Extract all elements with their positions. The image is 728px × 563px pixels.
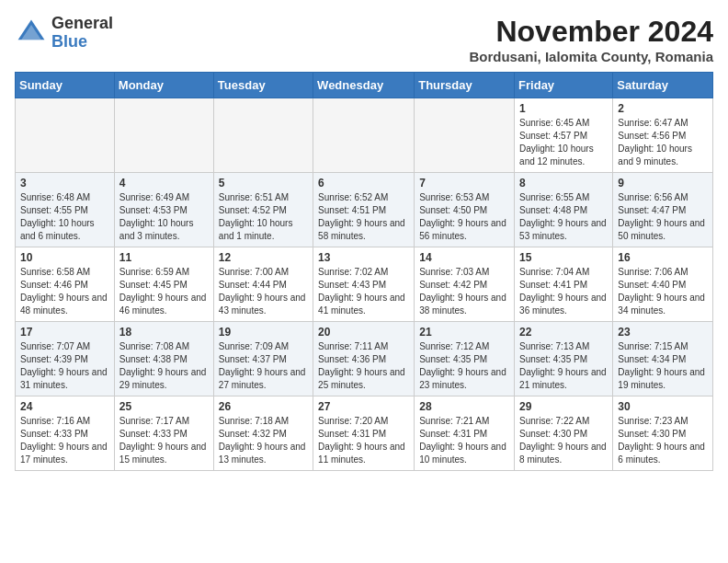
day-number: 19	[219, 326, 308, 339]
week-row-2: 3Sunrise: 6:48 AM Sunset: 4:55 PM Daylig…	[16, 173, 713, 247]
calendar-cell: 18Sunrise: 7:08 AM Sunset: 4:38 PM Dayli…	[114, 322, 213, 396]
title-section: November 2024 Bordusani, Ialomita County…	[469, 15, 713, 64]
day-info: Sunrise: 7:06 AM Sunset: 4:40 PM Dayligh…	[618, 266, 708, 317]
day-info: Sunrise: 7:04 AM Sunset: 4:41 PM Dayligh…	[519, 266, 608, 317]
calendar-cell: 3Sunrise: 6:48 AM Sunset: 4:55 PM Daylig…	[16, 173, 115, 247]
week-row-4: 17Sunrise: 7:07 AM Sunset: 4:39 PM Dayli…	[16, 322, 713, 396]
day-info: Sunrise: 7:22 AM Sunset: 4:30 PM Dayligh…	[519, 415, 608, 466]
column-header-tuesday: Tuesday	[213, 73, 313, 98]
day-number: 21	[419, 326, 509, 339]
calendar-cell: 30Sunrise: 7:23 AM Sunset: 4:30 PM Dayli…	[613, 396, 713, 471]
day-info: Sunrise: 7:03 AM Sunset: 4:42 PM Dayligh…	[419, 266, 509, 317]
calendar-cell: 1Sunrise: 6:45 AM Sunset: 4:57 PM Daylig…	[515, 98, 613, 173]
calendar-cell: 23Sunrise: 7:15 AM Sunset: 4:34 PM Dayli…	[613, 322, 713, 396]
day-info: Sunrise: 6:58 AM Sunset: 4:46 PM Dayligh…	[20, 266, 109, 317]
day-number: 4	[119, 177, 209, 190]
day-info: Sunrise: 6:53 AM Sunset: 4:50 PM Dayligh…	[419, 191, 509, 243]
calendar-cell: 28Sunrise: 7:21 AM Sunset: 4:31 PM Dayli…	[415, 396, 515, 471]
calendar-cell: 22Sunrise: 7:13 AM Sunset: 4:35 PM Dayli…	[515, 322, 613, 396]
day-number: 8	[519, 177, 608, 190]
month-year-title: November 2024	[469, 15, 713, 49]
day-info: Sunrise: 6:47 AM Sunset: 4:56 PM Dayligh…	[618, 117, 708, 168]
week-row-5: 24Sunrise: 7:16 AM Sunset: 4:33 PM Dayli…	[16, 396, 713, 471]
day-info: Sunrise: 7:21 AM Sunset: 4:31 PM Dayligh…	[419, 415, 509, 466]
day-number: 5	[219, 177, 308, 190]
logo-icon	[15, 17, 48, 50]
day-number: 23	[618, 326, 708, 339]
location-subtitle: Bordusani, Ialomita County, Romania	[469, 49, 713, 64]
day-number: 10	[20, 251, 109, 264]
day-info: Sunrise: 7:09 AM Sunset: 4:37 PM Dayligh…	[219, 340, 308, 392]
calendar-cell	[114, 98, 213, 173]
calendar-cell: 2Sunrise: 6:47 AM Sunset: 4:56 PM Daylig…	[613, 98, 713, 173]
day-info: Sunrise: 6:52 AM Sunset: 4:51 PM Dayligh…	[318, 191, 409, 243]
day-info: Sunrise: 7:07 AM Sunset: 4:39 PM Dayligh…	[20, 340, 109, 392]
day-info: Sunrise: 7:20 AM Sunset: 4:31 PM Dayligh…	[318, 415, 409, 466]
logo-text: General Blue	[51, 15, 113, 52]
calendar-cell: 20Sunrise: 7:11 AM Sunset: 4:36 PM Dayli…	[313, 322, 415, 396]
day-number: 15	[519, 251, 608, 264]
calendar-cell: 16Sunrise: 7:06 AM Sunset: 4:40 PM Dayli…	[613, 247, 713, 322]
calendar-cell: 21Sunrise: 7:12 AM Sunset: 4:35 PM Dayli…	[415, 322, 515, 396]
day-info: Sunrise: 6:51 AM Sunset: 4:52 PM Dayligh…	[219, 191, 308, 243]
day-number: 26	[219, 400, 308, 413]
calendar-cell: 6Sunrise: 6:52 AM Sunset: 4:51 PM Daylig…	[313, 173, 415, 247]
day-info: Sunrise: 6:48 AM Sunset: 4:55 PM Dayligh…	[20, 191, 109, 243]
day-number: 17	[20, 326, 109, 339]
day-number: 3	[20, 177, 109, 190]
column-header-thursday: Thursday	[415, 73, 515, 98]
day-info: Sunrise: 7:23 AM Sunset: 4:30 PM Dayligh…	[618, 415, 708, 466]
day-number: 25	[119, 400, 209, 413]
day-number: 9	[618, 177, 708, 190]
day-number: 2	[618, 102, 708, 115]
day-number: 14	[419, 251, 509, 264]
calendar-cell: 7Sunrise: 6:53 AM Sunset: 4:50 PM Daylig…	[415, 173, 515, 247]
day-info: Sunrise: 7:12 AM Sunset: 4:35 PM Dayligh…	[419, 340, 509, 392]
day-info: Sunrise: 7:00 AM Sunset: 4:44 PM Dayligh…	[219, 266, 308, 317]
day-number: 13	[318, 251, 409, 264]
day-number: 22	[519, 326, 608, 339]
day-number: 16	[618, 251, 708, 264]
calendar-cell: 5Sunrise: 6:51 AM Sunset: 4:52 PM Daylig…	[213, 173, 313, 247]
day-info: Sunrise: 7:08 AM Sunset: 4:38 PM Dayligh…	[119, 340, 209, 392]
day-info: Sunrise: 6:49 AM Sunset: 4:53 PM Dayligh…	[119, 191, 209, 243]
calendar-cell: 8Sunrise: 6:55 AM Sunset: 4:48 PM Daylig…	[515, 173, 613, 247]
day-number: 28	[419, 400, 509, 413]
column-header-wednesday: Wednesday	[313, 73, 415, 98]
header-row: SundayMondayTuesdayWednesdayThursdayFrid…	[16, 73, 713, 98]
calendar-cell: 25Sunrise: 7:17 AM Sunset: 4:33 PM Dayli…	[114, 396, 213, 471]
calendar-cell: 12Sunrise: 7:00 AM Sunset: 4:44 PM Dayli…	[213, 247, 313, 322]
day-info: Sunrise: 6:56 AM Sunset: 4:47 PM Dayligh…	[618, 191, 708, 243]
calendar-cell: 27Sunrise: 7:20 AM Sunset: 4:31 PM Dayli…	[313, 396, 415, 471]
day-number: 1	[519, 102, 608, 115]
day-info: Sunrise: 7:18 AM Sunset: 4:32 PM Dayligh…	[219, 415, 308, 466]
calendar-cell: 26Sunrise: 7:18 AM Sunset: 4:32 PM Dayli…	[213, 396, 313, 471]
day-number: 29	[519, 400, 608, 413]
calendar-cell: 17Sunrise: 7:07 AM Sunset: 4:39 PM Dayli…	[16, 322, 115, 396]
calendar-cell: 11Sunrise: 6:59 AM Sunset: 4:45 PM Dayli…	[114, 247, 213, 322]
day-number: 6	[318, 177, 409, 190]
week-row-1: 1Sunrise: 6:45 AM Sunset: 4:57 PM Daylig…	[16, 98, 713, 173]
day-info: Sunrise: 7:17 AM Sunset: 4:33 PM Dayligh…	[119, 415, 209, 466]
day-number: 11	[119, 251, 209, 264]
day-info: Sunrise: 7:16 AM Sunset: 4:33 PM Dayligh…	[20, 415, 109, 466]
day-info: Sunrise: 7:11 AM Sunset: 4:36 PM Dayligh…	[318, 340, 409, 392]
day-number: 7	[419, 177, 509, 190]
calendar-cell: 13Sunrise: 7:02 AM Sunset: 4:43 PM Dayli…	[313, 247, 415, 322]
calendar-cell: 10Sunrise: 6:58 AM Sunset: 4:46 PM Dayli…	[16, 247, 115, 322]
day-info: Sunrise: 6:45 AM Sunset: 4:57 PM Dayligh…	[519, 117, 608, 168]
calendar-cell: 15Sunrise: 7:04 AM Sunset: 4:41 PM Dayli…	[515, 247, 613, 322]
calendar-cell: 4Sunrise: 6:49 AM Sunset: 4:53 PM Daylig…	[114, 173, 213, 247]
column-header-friday: Friday	[515, 73, 613, 98]
calendar-cell: 29Sunrise: 7:22 AM Sunset: 4:30 PM Dayli…	[515, 396, 613, 471]
column-header-saturday: Saturday	[613, 73, 713, 98]
calendar-cell: 24Sunrise: 7:16 AM Sunset: 4:33 PM Dayli…	[16, 396, 115, 471]
day-info: Sunrise: 7:15 AM Sunset: 4:34 PM Dayligh…	[618, 340, 708, 392]
day-number: 27	[318, 400, 409, 413]
calendar-cell: 9Sunrise: 6:56 AM Sunset: 4:47 PM Daylig…	[613, 173, 713, 247]
day-info: Sunrise: 6:55 AM Sunset: 4:48 PM Dayligh…	[519, 191, 608, 243]
calendar-table: SundayMondayTuesdayWednesdayThursdayFrid…	[15, 72, 713, 471]
calendar-cell: 19Sunrise: 7:09 AM Sunset: 4:37 PM Dayli…	[213, 322, 313, 396]
week-row-3: 10Sunrise: 6:58 AM Sunset: 4:46 PM Dayli…	[16, 247, 713, 322]
day-number: 30	[618, 400, 708, 413]
